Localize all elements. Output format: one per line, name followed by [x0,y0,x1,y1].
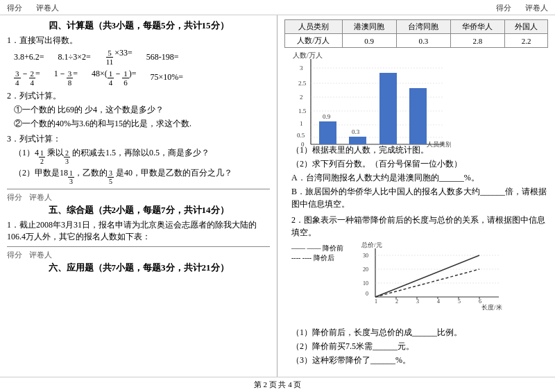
line-chart-area: 总价/元 30 20 10 0 [360,240,499,323]
score-bar2: 得分 评卷人 [7,192,270,203]
bar-foreign [409,88,427,144]
th-tw: 台湾同胞 [396,20,450,34]
q1-item2: 8.1÷3×2= [58,52,91,62]
legend-item1: —— —— 降价前 [291,244,343,253]
right-q1-sub2: （2）求下列百分数。（百分号保留一位小数） [291,157,548,170]
content-area: 四、计算题（共3小题，每题5分，共计15分） 1．直接写出得数。 3.8+6.2… [0,15,555,377]
score-label-right: 得分 [496,3,511,13]
right-panel: 人员类别 港澳同胞 台湾同胞 华侨华人 外国人 人数/万人 0.9 0.3 2.… [278,15,555,377]
td-row1-v4: 2.2 [505,34,548,48]
legend-item2: ---- ---- 降价后 [291,253,343,263]
left-panel: 四、计算题（共3小题，每题5分，共计15分） 1．直接写出得数。 3.8+6.2… [0,15,278,377]
line-chart-container: —— —— 降价前 ---- ---- 降价后 总价/元 30 20 10 0 [291,240,548,326]
frac2: 34 [14,69,21,87]
s5q1-block: 1．截止2008年3月31日，报名申请为北京奥运会志愿者的除我大陆的106.4万… [7,219,270,243]
svg-text:人员类别: 人员类别 [427,141,451,148]
y-axis-label: 人数/万人 [293,51,323,59]
svg-text:总价/元: 总价/元 [361,241,382,248]
svg-text:0.9: 0.9 [323,113,331,120]
price-after-line [375,269,479,297]
svg-text:2: 2 [300,94,303,101]
score-bar3: 得分 评卷人 [7,250,270,260]
svg-text:3: 3 [300,65,303,71]
top-bar-left: 得分 评卷人 [7,3,59,13]
page-number: 第 2 页 共 4 页 [254,380,302,389]
right-q1-sub2b: B．旅居国外的华侨华人比中国人的报名人数多大约______倍，请根据图中信息填空… [291,185,548,210]
th-hk: 港澳同胞 [342,20,396,34]
frac-q3a: 12 [39,149,45,165]
q3-sub1: （1）412 乘以23 的积减去1.5，再除以0.5，商是多少？ [14,146,270,165]
section6-title: 六、应用题（共7小题，每题3分，共计21分） [7,262,270,274]
score-label3: 得分 [7,250,22,260]
right-q2-sub2: （2）降价前买7.5米需______元。 [291,340,548,352]
price-before-line [375,255,479,297]
svg-text:1.5: 1.5 [298,108,307,114]
svg-text:3: 3 [416,298,419,305]
top-bar: 得分 评卷人 得分 评卷人 [0,0,555,15]
divider2 [7,246,270,247]
svg-text:0: 0 [301,141,305,148]
right-q2-label: 2．图象表示一种箱带降价前后的长度与总价的关系，请根据图中信息填空。 [291,214,548,239]
q1-item7: 48×(14－16)= [92,68,137,87]
q1-block: 1．直接写出得数。 3.8+6.2= 8.1÷3×2= 511×33= 568-… [7,35,270,87]
q1-item6: 1－38= [54,68,78,87]
frac3: 24 [29,69,36,87]
q1-item1: 3.8+6.2= [14,52,44,62]
reviewer-label2: 评卷人 [29,192,52,203]
score-label-left: 得分 [7,3,22,13]
svg-text:5: 5 [458,298,461,305]
frac6: 16 [122,69,129,87]
q2-sub2: ②一个数的40%与3.6的和与15的比是，求这个数. [14,117,270,130]
q1-item3: 511×33= [105,48,133,66]
score-label2: 得分 [7,192,22,203]
svg-text:0: 0 [366,291,368,297]
page-footer: 第 2 页 共 4 页 [0,377,555,392]
q1-item8: 75×10%= [151,72,184,83]
svg-text:2.5: 2.5 [298,80,307,87]
q1-item5: 34－24= [14,68,40,87]
frac1: 511 [105,49,115,66]
q1-math-row2: 34－24= 1－38= 48×(14－16)= 75×10%= [14,68,270,87]
svg-text:0.3: 0.3 [352,128,360,135]
svg-text:0.5: 0.5 [297,132,305,139]
svg-text:1: 1 [300,120,303,127]
th-category: 人员类别 [285,20,343,34]
bar-chart-area: 人数/万人 3 2.5 2 1.5 1 0.5 0 [291,51,444,141]
section-divider [7,189,270,189]
frac5: 14 [108,69,114,87]
top-bar-right: 得分 评卷人 [496,3,548,13]
right-q2-sub3: （3）这种彩带降价了______%。 [291,354,548,366]
q2-sub1: ①一个数的 比69的 少4，这个数是多少？ [14,103,270,116]
td-row1-v2: 0.3 [396,34,450,48]
td-row1-v3: 2.8 [450,34,504,48]
line-chart-svg: 总价/元 30 20 10 0 [360,240,506,330]
legend: —— —— 降价前 ---- ---- 降价后 [291,244,343,263]
svg-text:20: 20 [363,266,368,273]
bar-overseas [379,73,397,144]
svg-text:长度/米: 长度/米 [481,304,502,311]
q1-math-row1: 3.8+6.2= 8.1÷3×2= 511×33= 568-198= [14,48,270,66]
q3-label: 3．列式计算： [7,133,270,145]
q3-sub2: （2）甲数是1813，乙数的35 是40，甲数是乙数的百分之几？ [14,167,270,185]
section4-title: 四、计算题（共3小题，每题5分，共计15分） [7,19,270,32]
svg-text:1: 1 [375,298,377,305]
bar-tw [349,137,366,144]
frac4: 38 [67,69,74,87]
td-row1-label: 人数/万人 [285,34,343,48]
td-row1-v1: 0.9 [342,34,396,48]
q1-item4: 568-198= [146,52,179,62]
reviewer-label-right: 评卷人 [525,3,548,13]
svg-text:10: 10 [363,280,368,287]
q3-block: 3．列式计算： （1）412 乘以23 的积减去1.5，再除以0.5，商是多少？… [7,133,270,185]
th-foreign: 外国人 [505,20,548,34]
th-overseas: 华侨华人 [450,20,504,34]
reviewer-label3: 评卷人 [29,250,52,260]
svg-text:30: 30 [363,253,368,259]
section5-title: 五、综合题（共2小题，每题7分，共计14分） [7,204,270,216]
frac-q3b: 23 [64,149,70,165]
data-table: 人员类别 港澳同胞 台湾同胞 华侨华人 外国人 人数/万人 0.9 0.3 2.… [284,19,548,48]
svg-text:2: 2 [395,298,398,305]
q1-label: 1．直接写出得数。 [7,35,270,46]
frac-q3d: 35 [108,169,114,185]
svg-text:4: 4 [437,298,440,305]
